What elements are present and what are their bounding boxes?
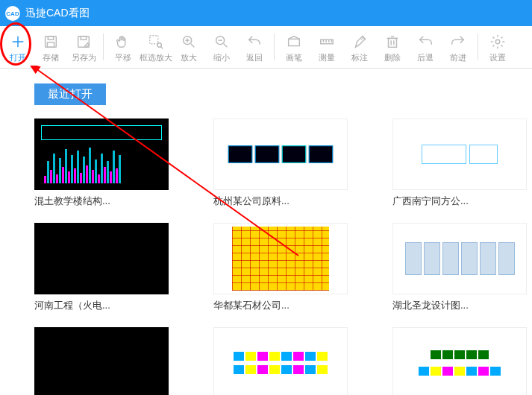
file-card[interactable]: 河南91x42+72.6... (213, 327, 348, 395)
plus-icon (10, 31, 26, 52)
content-area: 最近打开 混土教学楼结构...杭州某公司原料...广西南宁同方公...河南工程（… (0, 69, 532, 395)
file-card[interactable]: 华都某石材公司... (213, 223, 348, 312)
zoombox-icon (148, 31, 164, 52)
file-card[interactable]: 河南工程（火电... (34, 223, 169, 312)
toolbar-label: 存储 (43, 52, 59, 63)
file-thumbnail (34, 223, 169, 294)
svg-rect-19 (289, 39, 300, 45)
file-name: 湖北圣龙设计图... (392, 299, 527, 312)
toolbar-label: 设置 (489, 52, 506, 63)
mark-icon: A (351, 31, 368, 52)
svg-text:CAD: CAD (6, 10, 19, 17)
delete-button[interactable]: 删除 (376, 26, 409, 69)
pan-button[interactable]: 平移 (107, 26, 140, 69)
toolbar-label: 后退 (417, 52, 434, 63)
toolbar-label: 删除 (384, 52, 401, 63)
toolbar: 打开存储另存为平移框选放大放大缩小返回画笔测量A标注删除后退前进设置 (0, 26, 532, 69)
file-thumbnail (213, 327, 348, 395)
svg-rect-5 (48, 37, 53, 40)
svg-point-31 (495, 40, 500, 44)
svg-line-11 (160, 46, 163, 48)
file-card[interactable]: 杭州某公司原料... (213, 118, 348, 208)
toolbar-separator (274, 34, 275, 60)
svg-rect-6 (47, 42, 54, 47)
undo-button[interactable]: 后退 (409, 26, 442, 69)
undo-icon (417, 31, 434, 52)
toolbar-label: 放大 (181, 52, 197, 63)
file-card[interactable]: 中国石化工程建... (392, 327, 527, 395)
file-name: 河南工程（火电... (34, 299, 169, 312)
back-button[interactable]: 返回 (238, 26, 271, 69)
gear-icon (489, 31, 506, 52)
file-thumbnail (392, 118, 527, 190)
titlebar: CAD 迅捷CAD看图 (0, 0, 532, 26)
toolbar-label: 返回 (246, 52, 263, 63)
file-thumbnail (213, 118, 348, 190)
saveas-icon (75, 31, 92, 52)
hand-icon (115, 31, 131, 52)
svg-line-17 (224, 44, 228, 48)
save-button[interactable]: 存储 (34, 26, 67, 69)
zoombox-button[interactable]: 框选放大 (140, 26, 172, 69)
redo-icon (450, 31, 466, 52)
svg-text:A: A (361, 34, 366, 42)
toolbar-label: 画笔 (286, 52, 302, 63)
file-card[interactable]: 混土教学楼结构... (34, 118, 169, 208)
settings-button[interactable]: 设置 (481, 26, 514, 69)
measure-button[interactable]: 测量 (310, 26, 343, 69)
open-button[interactable]: 打开 (1, 26, 34, 69)
toolbar-label: 前进 (450, 52, 466, 63)
svg-rect-9 (150, 36, 158, 44)
zoomin-button[interactable]: 放大 (172, 26, 205, 69)
draw-icon (286, 31, 302, 52)
recent-files-grid: 混土教学楼结构...杭州某公司原料...广西南宁同方公...河南工程（火电...… (34, 118, 527, 395)
zoomin-icon (181, 31, 197, 52)
saveas-button[interactable]: 另存为 (67, 26, 100, 69)
toolbar-separator (103, 34, 104, 60)
file-name: 广西南宁同方公... (392, 195, 527, 208)
zoomout-icon (213, 31, 230, 52)
svg-rect-8 (81, 37, 86, 40)
file-thumbnail (392, 223, 527, 294)
toolbar-label: 平移 (115, 52, 131, 63)
recent-section-header: 最近打开 (34, 83, 106, 105)
file-card[interactable]: 广西南宁同方公... (392, 118, 527, 208)
file-name: 杭州某公司原料... (213, 195, 348, 208)
mark-button[interactable]: A标注 (343, 26, 376, 69)
svg-rect-26 (389, 38, 397, 47)
svg-line-13 (191, 44, 195, 48)
toolbar-label: 缩小 (213, 52, 230, 63)
zoomout-button[interactable]: 缩小 (205, 26, 238, 69)
return-icon (246, 31, 263, 52)
toolbar-label: 测量 (319, 52, 335, 63)
file-thumbnail (392, 327, 527, 395)
toolbar-label: 另存为 (72, 52, 96, 63)
file-name: 混土教学楼结构... (34, 195, 169, 208)
file-thumbnail (34, 118, 169, 190)
toolbar-label: 打开 (10, 52, 26, 63)
file-name: 华都某石材公司... (213, 299, 348, 312)
file-card[interactable]: 湖北圣龙设计图... (392, 223, 527, 312)
toolbar-label: 标注 (351, 52, 368, 63)
save-icon (43, 31, 59, 52)
redo-button[interactable]: 前进 (442, 26, 475, 69)
draw-button[interactable]: 画笔 (278, 26, 310, 69)
measure-icon (319, 31, 335, 52)
delete-icon (384, 31, 401, 52)
app-icon: CAD (4, 5, 21, 22)
toolbar-label: 框选放大 (140, 52, 172, 63)
app-title: 迅捷CAD看图 (25, 7, 90, 20)
toolbar-separator (478, 34, 478, 60)
file-thumbnail (34, 327, 169, 395)
file-thumbnail (213, 223, 348, 294)
file-card[interactable]: 平面图.dwg (34, 327, 169, 395)
